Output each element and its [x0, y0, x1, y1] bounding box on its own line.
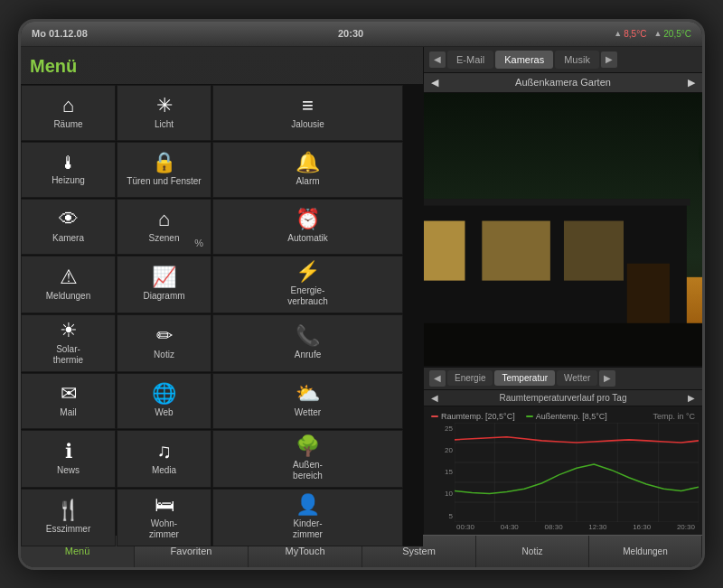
tab-temperatur[interactable]: Temperatur: [494, 370, 555, 386]
legend-room-temp: Raumtemp. [20,5°C]: [431, 412, 515, 421]
menu-cell-alarm[interactable]: 🔔 Alarm: [212, 142, 403, 198]
web-label: Web: [155, 407, 173, 418]
x-label-0030: 00:30: [456, 523, 474, 531]
y-label-25: 25: [429, 425, 453, 433]
camera-nav-left[interactable]: ◀: [429, 51, 446, 68]
mail-label: Mail: [60, 407, 76, 418]
y-label-15: 15: [429, 468, 453, 476]
camera-nav-next[interactable]: ▶: [688, 77, 695, 89]
menu-cell-news[interactable]: ℹ News: [21, 430, 116, 488]
menu-cell-heizung[interactable]: 🌡 Heizung: [21, 142, 116, 198]
wohnzimmer-label: Wohn-zimmer: [149, 518, 179, 540]
menu-cell-jalousie[interactable]: ≡ Jalousie: [212, 85, 403, 141]
menu-cell-esszimmer[interactable]: 🍴 Esszimmer: [21, 489, 116, 546]
menu-cell-szenen[interactable]: ⌂ Szenen %: [117, 199, 211, 255]
licht-label: Licht: [155, 119, 174, 130]
music-icon: ♫: [156, 442, 172, 462]
warning-icon: ⚠: [60, 267, 78, 287]
alarm-icon: 🔔: [296, 153, 320, 173]
menu-cell-energie[interactable]: ⚡ Energie-verbrauch: [212, 256, 403, 313]
percent-icon: %: [194, 238, 203, 248]
date-display: Mo 01.12.08: [32, 28, 88, 39]
chart-nav-prev[interactable]: ◀: [431, 393, 438, 403]
legend-outside-temp: Außentemp. [8,5°C]: [526, 412, 607, 421]
szenen-label: Szenen: [149, 233, 180, 244]
jalousie-label: Jalousie: [291, 119, 324, 130]
szenen-icon: ⌂: [158, 210, 170, 229]
aussen-label: Außen-bereich: [293, 460, 323, 481]
y-axis: 25 20 15 10 5: [427, 423, 455, 522]
menu-cell-media[interactable]: ♫ Media: [117, 430, 211, 488]
garden-icon: 🌳: [296, 436, 320, 456]
menu-cell-wohnzimmer[interactable]: 🛏 Wohn-zimmer: [117, 489, 211, 546]
chart-nav-right[interactable]: ▶: [599, 370, 615, 387]
eye-icon: 👁: [59, 210, 79, 229]
menu-cell-solar[interactable]: ☀ Solar-thermie: [21, 314, 116, 372]
chart-svg: [455, 423, 699, 522]
house-scene: [424, 93, 702, 366]
svg-rect-4: [424, 220, 465, 280]
menu-cell-meldungen[interactable]: ⚠ Meldungen: [21, 256, 116, 313]
news-icon: ℹ: [65, 442, 72, 462]
home-icon: ⌂: [62, 96, 74, 116]
lock-icon: 🔒: [152, 153, 176, 173]
tab-kameras[interactable]: Kameras: [495, 51, 553, 69]
x-label-1230: 12:30: [588, 523, 606, 531]
notiz-label: Notiz: [154, 350, 174, 360]
fork-icon: 🍴: [56, 500, 80, 520]
legend-room-label: Raumtemp. [20,5°C]: [441, 412, 515, 421]
energie-icon: ⚡: [296, 262, 320, 282]
tab-energie[interactable]: Energie: [447, 370, 493, 386]
chart-svg-area: [455, 423, 699, 522]
mail-icon: ✉: [61, 384, 77, 404]
menu-cell-aussen[interactable]: 🌳 Außen-bereich: [212, 430, 403, 488]
tablet-frame: Mo 01.12.08 20:30 ▲ 8,5°C ▲ 20,5°C Menü …: [18, 19, 705, 570]
menu-cell-kamera[interactable]: 👁 Kamera: [21, 199, 116, 255]
solar-label: Solar-thermie: [53, 344, 83, 366]
temp-inside-item: ▲ 20,5°C: [653, 29, 691, 39]
x-label-0830: 08:30: [545, 523, 563, 531]
menu-cell-diagramm[interactable]: 📈 Diagramm: [117, 256, 211, 313]
menu-cell-raeume[interactable]: ⌂ Räume: [21, 85, 116, 141]
menu-cell-web[interactable]: 🌐 Web: [117, 373, 211, 429]
energie-label: Energie-verbrauch: [287, 285, 327, 307]
y-label-10: 10: [429, 490, 453, 498]
svg-rect-3: [424, 199, 690, 206]
tab-musik[interactable]: Musik: [555, 51, 599, 69]
bottom-btn-notiz[interactable]: Notiz: [476, 536, 589, 567]
svg-rect-7: [627, 263, 670, 331]
menu-cell-automatik[interactable]: ⏰ Automatik: [212, 199, 403, 255]
camera-nav-prev[interactable]: ◀: [431, 77, 438, 89]
menu-cell-mail[interactable]: ✉ Mail: [21, 373, 116, 429]
svg-rect-12: [424, 322, 702, 365]
menu-cell-kinderzimmer[interactable]: 👤 Kinder-zimmer: [212, 489, 403, 546]
heizung-icon: 🌡: [60, 154, 78, 172]
chart-tabs: ◀ Energie Temperatur Wetter ▶: [424, 368, 702, 390]
menu-cell-licht[interactable]: ✳ Licht: [117, 85, 211, 141]
y-axis-label: Temp. in °C: [653, 412, 695, 421]
y-label-5: 5: [429, 512, 453, 520]
chart-nav-left[interactable]: ◀: [429, 370, 446, 387]
tab-wetter[interactable]: Wetter: [557, 370, 597, 386]
main-content: Menü ⌂ Räume ✳ Licht ≡ Jalousie 🌡: [21, 47, 702, 535]
chart-legend: Raumtemp. [20,5°C] Außentemp. [8,5°C] Te…: [427, 410, 699, 423]
jalousie-icon: ≡: [302, 96, 314, 116]
menu-cell-tueren[interactable]: 🔒 Türen und Fenster: [117, 142, 211, 198]
bottom-btn-meldungen[interactable]: Meldungen: [589, 536, 702, 567]
camera-location-label: Außenkamera Garten: [515, 77, 611, 88]
menu-cell-wetter[interactable]: ⛅ Wetter: [212, 373, 403, 429]
x-label-2030: 20:30: [677, 523, 695, 531]
camera-nav-right[interactable]: ▶: [601, 51, 617, 68]
menu-cell-anrufe[interactable]: 📞 Anrufe: [212, 314, 403, 372]
raeume-label: Räume: [53, 119, 82, 130]
tab-email[interactable]: E-Mail: [447, 51, 493, 69]
esszimmer-label: Esszimmer: [46, 524, 90, 535]
bed-icon: 🛏: [155, 495, 174, 515]
alarm-label: Alarm: [296, 176, 319, 187]
x-label-0430: 04:30: [501, 523, 519, 531]
menu-cell-notiz[interactable]: ✏ Notiz: [117, 314, 211, 372]
top-bar: Mo 01.12.08 20:30 ▲ 8,5°C ▲ 20,5°C: [21, 22, 702, 47]
news-label: News: [57, 465, 80, 476]
legend-red-dot: [431, 415, 438, 417]
chart-nav-next[interactable]: ▶: [688, 393, 695, 403]
